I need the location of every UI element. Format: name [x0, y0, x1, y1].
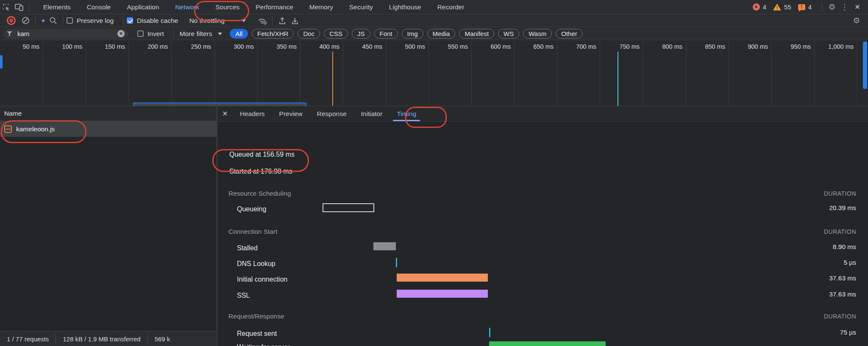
- disable-cache-label: Disable cache: [137, 17, 178, 25]
- request-name: kameleoon.js: [16, 125, 55, 133]
- event-line-cyan: [618, 52, 618, 106]
- overview-gridline: [471, 41, 472, 106]
- overview-gridline: [128, 41, 129, 106]
- inspect-element-icon[interactable]: [0, 1, 13, 13]
- toolbar-divider: [63, 17, 63, 25]
- filter-input[interactable]: [17, 30, 117, 38]
- overview-left-handle[interactable]: [0, 55, 3, 69]
- search-icon[interactable]: [47, 15, 59, 27]
- tab-performance[interactable]: Performance: [248, 0, 301, 14]
- overview-tick-label: 950 ms: [773, 43, 811, 50]
- timing-row-label: Stalled: [237, 243, 258, 253]
- devtools-window: ElementsConsoleApplicationNetworkSources…: [0, 0, 868, 346]
- tab-recorder[interactable]: Recorder: [429, 0, 473, 14]
- timing-duration-header: DURATION: [824, 313, 856, 320]
- overview-gridline: [428, 41, 429, 106]
- resource-type-filters: AllFetch/XHRDocCSSJSFontImgMediaManifest…: [230, 29, 586, 39]
- filter-pill-font[interactable]: Font: [374, 29, 398, 39]
- statusbar-item: 569 k: [148, 335, 177, 343]
- filter-pill-js[interactable]: JS: [352, 29, 370, 39]
- filter-pill-all[interactable]: All: [230, 29, 248, 39]
- tab-console[interactable]: Console: [79, 0, 119, 14]
- import-har-icon[interactable]: [276, 15, 289, 27]
- filter-pill-img[interactable]: Img: [402, 29, 423, 39]
- issues-count: 4: [808, 3, 812, 11]
- overview-tick-label: 800 ms: [645, 43, 682, 50]
- request-row-kameleoon[interactable]: <> kameleoon.js: [0, 121, 217, 137]
- timing-row-duration: 20.39 ms: [829, 204, 856, 212]
- console-errors-badge[interactable]: ✕ 4: [753, 3, 766, 11]
- timing-bar-violet: [397, 290, 488, 298]
- throttling-caret-icon[interactable]: [242, 19, 246, 22]
- clear-filter-icon[interactable]: ✕: [117, 30, 125, 37]
- tab-network[interactable]: Network: [167, 0, 207, 14]
- filter-pill-doc[interactable]: Doc: [298, 29, 320, 39]
- more-filters-caret-icon[interactable]: [218, 33, 222, 35]
- name-column-header[interactable]: Name: [0, 106, 217, 121]
- details-tab-response[interactable]: Response: [310, 106, 354, 121]
- filter-pill-ws[interactable]: WS: [498, 29, 519, 39]
- issues-icon: !: [798, 4, 805, 10]
- filter-pill-fetch-xhr[interactable]: Fetch/XHR: [252, 29, 294, 39]
- statusbar-item: 1 / 77 requests: [0, 335, 56, 343]
- request-details-pane: ✕ HeadersPreviewResponseInitiatorTiming …: [217, 106, 868, 346]
- preserve-log-checkbox[interactable]: [67, 17, 73, 24]
- tab-security[interactable]: Security: [341, 0, 381, 14]
- export-har-icon[interactable]: [289, 15, 301, 27]
- tab-memory[interactable]: Memory: [301, 0, 341, 14]
- overview-gridline: [686, 41, 686, 106]
- timing-row-label: Initial connection: [237, 274, 287, 285]
- details-tab-initiator[interactable]: Initiator: [354, 106, 390, 121]
- filter-pill-media[interactable]: Media: [427, 29, 456, 39]
- network-conditions-icon[interactable]: [256, 15, 269, 27]
- tab-application[interactable]: Application: [119, 0, 167, 14]
- overview-tick-label: 400 ms: [302, 43, 339, 50]
- console-warnings-badge[interactable]: ! 55: [773, 3, 791, 11]
- close-details-icon[interactable]: ✕: [217, 106, 233, 121]
- requests-table: Name <> kameleoon.js: [0, 106, 217, 331]
- network-filter-bar: ✕ Invert More filters AllFetch/XHRDocCSS…: [0, 28, 868, 40]
- tab-lighthouse[interactable]: Lighthouse: [381, 0, 429, 14]
- overview-tick-label: 850 ms: [688, 43, 725, 50]
- device-toolbar-icon[interactable]: [13, 1, 25, 13]
- disable-cache-checkbox[interactable]: [127, 17, 133, 24]
- overview-gridline: [214, 41, 215, 106]
- toolbar-divider: [173, 30, 174, 38]
- invert-label: Invert: [147, 30, 164, 38]
- issues-badge[interactable]: ! 4: [798, 3, 812, 11]
- overview-gridline: [600, 41, 600, 106]
- network-settings-gear-icon[interactable]: ⚙: [850, 15, 863, 27]
- overview-tick-label: 200 ms: [131, 43, 168, 50]
- record-network-log-button[interactable]: [7, 16, 16, 25]
- timing-bar-gray: [373, 242, 396, 250]
- throttling-select[interactable]: No throttling: [189, 17, 225, 25]
- timing-bar-cyan: [396, 258, 397, 267]
- overview-selected-request-highlight[interactable]: [133, 102, 306, 106]
- network-overview-waterfall[interactable]: 50 ms100 ms150 ms200 ms250 ms300 ms350 m…: [0, 41, 868, 106]
- overview-tick-label: 500 ms: [388, 43, 425, 50]
- filter-pill-wasm[interactable]: Wasm: [523, 29, 552, 39]
- filter-pill-other[interactable]: Other: [556, 29, 583, 39]
- details-tab-preview[interactable]: Preview: [272, 106, 310, 121]
- settings-gear-icon[interactable]: ⚙: [826, 1, 838, 13]
- overview-gridline: [857, 41, 857, 106]
- toolbar-divider: [272, 17, 273, 25]
- overview-tick-label: 750 ms: [602, 43, 640, 50]
- tab-elements[interactable]: Elements: [35, 0, 79, 14]
- close-devtools-icon[interactable]: ✕: [851, 1, 864, 13]
- details-tab-headers[interactable]: Headers: [233, 106, 272, 121]
- overview-right-scroll-handle[interactable]: [863, 42, 867, 89]
- overview-tick-label: 550 ms: [431, 43, 468, 50]
- overview-tick-label: 1,000 ms: [816, 43, 854, 50]
- more-options-kebab-icon[interactable]: ⋮: [838, 1, 851, 13]
- tab-sources[interactable]: Sources: [207, 0, 248, 14]
- timing-bar-green: [489, 341, 606, 346]
- clear-network-log-icon[interactable]: [19, 15, 32, 27]
- more-filters-button[interactable]: More filters: [180, 30, 212, 38]
- invert-checkbox[interactable]: [137, 30, 144, 37]
- timing-bar-orange: [397, 274, 488, 282]
- filter-pill-manifest[interactable]: Manifest: [459, 29, 494, 39]
- overview-gridline: [729, 41, 729, 106]
- filter-pill-css[interactable]: CSS: [324, 29, 348, 39]
- details-tab-timing[interactable]: Timing: [389, 106, 423, 121]
